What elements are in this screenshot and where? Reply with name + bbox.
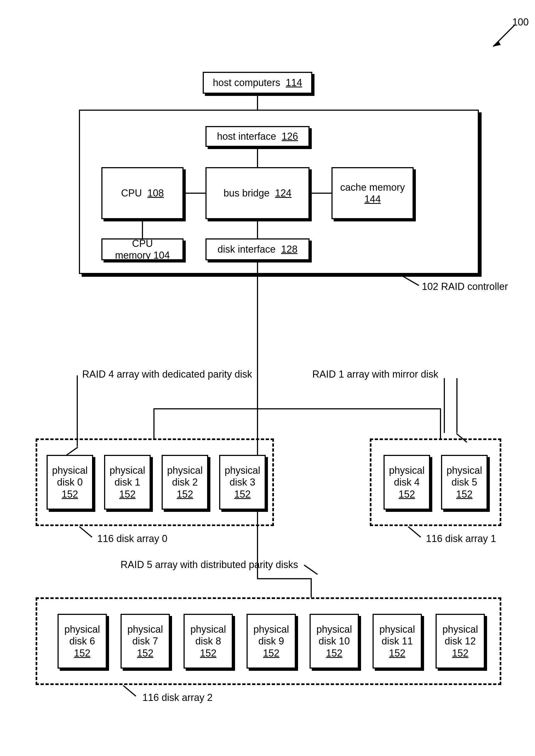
disk-ref: 152 (263, 648, 279, 659)
connector (257, 578, 312, 579)
disk-ref: 152 (200, 648, 216, 659)
disk-ref: 152 (326, 648, 342, 659)
host-interface-label: host interface (217, 131, 276, 142)
cache-memory-ref: 144 (364, 193, 381, 205)
disk-label: physical disk 1 (110, 465, 145, 488)
disk-box: physical disk 2152 (162, 455, 208, 510)
leader (408, 526, 421, 538)
disk-label: physical disk 5 (446, 465, 482, 488)
disk-label: physical disk 8 (190, 624, 226, 647)
cpu-memory-ref: 104 (154, 249, 170, 261)
connector (257, 260, 258, 408)
connector (440, 408, 441, 438)
disk-label: physical disk 4 (389, 465, 425, 488)
cpu-ref: 108 (147, 188, 164, 199)
raid-controller-label: 102 RAID controller (422, 281, 508, 292)
disk-label: physical disk 12 (442, 624, 478, 647)
disk-label: physical disk 7 (127, 624, 163, 647)
disk-box: physical disk 3152 (219, 455, 266, 510)
disk-interface-ref: 128 (281, 244, 297, 255)
disk-box: physical disk 0152 (46, 455, 93, 510)
array1-type-label: RAID 1 array with mirror disk (312, 368, 438, 380)
host-interface-box: host interface 126 (206, 126, 310, 147)
disk-box: physical disk 7152 (121, 614, 170, 669)
disk-label: physical disk 9 (253, 624, 289, 647)
cpu-label: CPU (121, 188, 142, 199)
bus-bridge-label: bus bridge (224, 188, 269, 199)
disk-interface-box: disk interface 128 (206, 238, 310, 260)
cpu-memory-label: CPU memory (115, 238, 153, 261)
array1-caption: 116 disk array 1 (426, 533, 496, 544)
disk-ref: 152 (119, 488, 136, 500)
disk-ref: 152 (74, 648, 90, 659)
connector (142, 219, 143, 238)
leader (77, 375, 78, 447)
disk-box: physical disk 9152 (246, 614, 296, 669)
disk-ref: 152 (62, 488, 78, 500)
disk-box: physical disk 1152 (104, 455, 151, 510)
figure-ref: 100 (512, 16, 529, 28)
connector (154, 408, 441, 409)
leader (79, 526, 93, 538)
connector (310, 193, 331, 194)
bus-bridge-box: bus bridge 124 (206, 167, 310, 219)
host-computers-label: host computers (213, 77, 280, 88)
array0-type-label: RAID 4 array with dedicated parity disk (82, 368, 252, 380)
connector (257, 219, 258, 238)
disk-label: physical disk 11 (380, 624, 415, 647)
connector (183, 193, 206, 194)
cache-memory-label: cache memory (340, 182, 405, 193)
disk-box: physical disk 8152 (183, 614, 233, 669)
disk-label: physical disk 6 (64, 624, 100, 647)
disk-label: physical disk 10 (316, 624, 352, 647)
disk-interface-label: disk interface (217, 244, 276, 255)
disk-ref: 152 (452, 648, 468, 659)
disk-box: physical disk 5152 (441, 455, 488, 510)
disk-ref: 152 (399, 488, 415, 500)
cpu-memory-box: CPU memory 104 (101, 238, 183, 260)
disk-box: physical disk 10152 (310, 614, 359, 669)
bus-bridge-ref: 124 (275, 188, 292, 199)
disk-ref: 152 (456, 488, 472, 500)
connector (311, 578, 312, 597)
disk-ref: 152 (177, 488, 193, 500)
connector (257, 147, 258, 167)
leader (123, 685, 136, 697)
disk-ref: 152 (389, 648, 406, 659)
host-interface-ref: 126 (282, 131, 298, 142)
disk-box: physical disk 11152 (373, 614, 422, 669)
disk-label: physical disk 0 (52, 465, 88, 488)
leader-proxy (444, 378, 445, 433)
connector (154, 408, 155, 438)
array0-caption: 116 disk array 0 (97, 533, 167, 544)
array2-caption: 116 disk array 2 (142, 692, 212, 703)
disk-ref: 152 (234, 488, 251, 500)
disk-label: physical disk 2 (167, 465, 203, 488)
disk-label: physical disk 3 (225, 465, 260, 488)
cpu-box: CPU 108 (101, 167, 183, 219)
disk-ref: 152 (137, 648, 154, 659)
host-computers-box: host computers 114 (203, 72, 312, 94)
leader (304, 565, 318, 575)
leader (456, 378, 458, 433)
host-computers-ref: 114 (286, 77, 302, 88)
array2-type-label: RAID 5 array with distributed parity dis… (121, 559, 298, 570)
disk-box: physical disk 12152 (436, 614, 485, 669)
cache-memory-box: cache memory144 (331, 167, 414, 219)
svg-marker-1 (493, 41, 501, 46)
disk-box: physical disk 4152 (383, 455, 430, 510)
disk-box: physical disk 6152 (58, 614, 107, 669)
